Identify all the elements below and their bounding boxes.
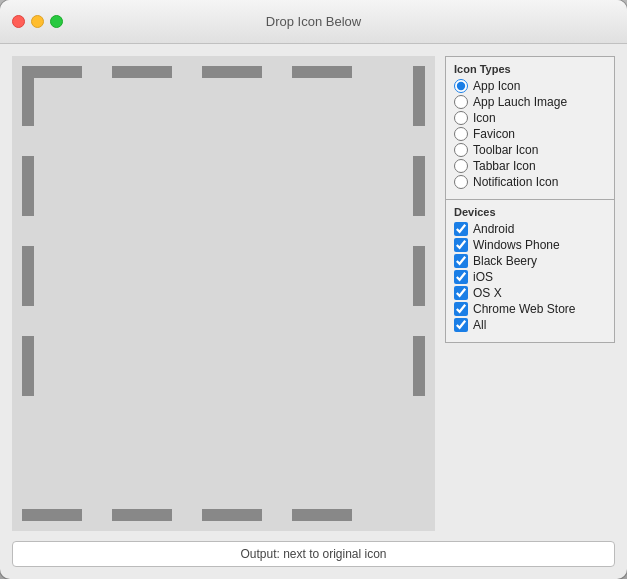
radio-app-launch-image-input[interactable] <box>454 95 468 109</box>
titlebar: Drop Icon Below <box>0 0 627 44</box>
checkbox-all[interactable]: All <box>454 318 606 332</box>
radio-notification-icon-label: Notification Icon <box>473 175 558 189</box>
radio-icon[interactable]: Icon <box>454 111 606 125</box>
radio-app-icon-label: App Icon <box>473 79 520 93</box>
radio-toolbar-icon[interactable]: Toolbar Icon <box>454 143 606 157</box>
checkbox-all-label: All <box>473 318 486 332</box>
checkbox-windows-phone-label: Windows Phone <box>473 238 560 252</box>
checkbox-chrome-web-store-input[interactable] <box>454 302 468 316</box>
app-window: Drop Icon Below <box>0 0 627 579</box>
radio-favicon-label: Favicon <box>473 127 515 141</box>
dash <box>413 246 425 306</box>
traffic-lights <box>0 15 63 28</box>
radio-tabbar-icon-label: Tabbar Icon <box>473 159 536 173</box>
right-panel: Icon Types App Icon App Lauch Image Icon <box>445 56 615 531</box>
checkbox-android-input[interactable] <box>454 222 468 236</box>
dash <box>292 66 352 78</box>
radio-notification-icon[interactable]: Notification Icon <box>454 175 606 189</box>
dash <box>112 66 172 78</box>
window-title: Drop Icon Below <box>266 14 361 29</box>
checkbox-windows-phone-input[interactable] <box>454 238 468 252</box>
checkbox-black-beery-input[interactable] <box>454 254 468 268</box>
dash <box>22 156 34 216</box>
checkbox-black-beery[interactable]: Black Beery <box>454 254 606 268</box>
checkbox-android-label: Android <box>473 222 514 236</box>
radio-toolbar-icon-input[interactable] <box>454 143 468 157</box>
checkbox-osx-label: OS X <box>473 286 502 300</box>
minimize-button[interactable] <box>31 15 44 28</box>
checkbox-chrome-web-store-label: Chrome Web Store <box>473 302 576 316</box>
radio-favicon-input[interactable] <box>454 127 468 141</box>
radio-icon-label: Icon <box>473 111 496 125</box>
dash <box>112 509 172 521</box>
radio-toolbar-icon-label: Toolbar Icon <box>473 143 538 157</box>
checkbox-osx-input[interactable] <box>454 286 468 300</box>
checkbox-chrome-web-store[interactable]: Chrome Web Store <box>454 302 606 316</box>
dash <box>22 246 34 306</box>
icon-types-section: Icon Types App Icon App Lauch Image Icon <box>445 56 615 200</box>
devices-label: Devices <box>454 206 606 218</box>
dash <box>413 66 425 126</box>
checkbox-all-input[interactable] <box>454 318 468 332</box>
radio-favicon[interactable]: Favicon <box>454 127 606 141</box>
dash <box>413 336 425 396</box>
dash <box>292 509 352 521</box>
icon-types-label: Icon Types <box>454 63 606 75</box>
dash <box>22 509 82 521</box>
dash <box>202 509 262 521</box>
devices-section: Devices Android Windows Phone Black Beer… <box>445 200 615 343</box>
radio-app-launch-image-label: App Lauch Image <box>473 95 567 109</box>
dashed-border <box>22 66 425 521</box>
checkbox-osx[interactable]: OS X <box>454 286 606 300</box>
radio-notification-icon-input[interactable] <box>454 175 468 189</box>
radio-tabbar-icon-input[interactable] <box>454 159 468 173</box>
dash <box>22 336 34 396</box>
checkbox-windows-phone[interactable]: Windows Phone <box>454 238 606 252</box>
checkbox-ios[interactable]: iOS <box>454 270 606 284</box>
dash <box>413 156 425 216</box>
dash <box>22 66 34 126</box>
content-area: Icon Types App Icon App Lauch Image Icon <box>0 44 627 579</box>
close-button[interactable] <box>12 15 25 28</box>
radio-app-launch-image[interactable]: App Lauch Image <box>454 95 606 109</box>
drop-zone[interactable] <box>12 56 435 531</box>
maximize-button[interactable] <box>50 15 63 28</box>
output-text: Output: next to original icon <box>240 547 386 561</box>
checkbox-android[interactable]: Android <box>454 222 606 236</box>
radio-app-icon-input[interactable] <box>454 79 468 93</box>
output-bar: Output: next to original icon <box>12 541 615 567</box>
drop-zone-inner <box>12 56 435 531</box>
radio-tabbar-icon[interactable]: Tabbar Icon <box>454 159 606 173</box>
radio-app-icon[interactable]: App Icon <box>454 79 606 93</box>
checkbox-black-beery-label: Black Beery <box>473 254 537 268</box>
checkbox-ios-input[interactable] <box>454 270 468 284</box>
main-area: Icon Types App Icon App Lauch Image Icon <box>12 56 615 531</box>
radio-icon-input[interactable] <box>454 111 468 125</box>
dash <box>202 66 262 78</box>
checkbox-ios-label: iOS <box>473 270 493 284</box>
